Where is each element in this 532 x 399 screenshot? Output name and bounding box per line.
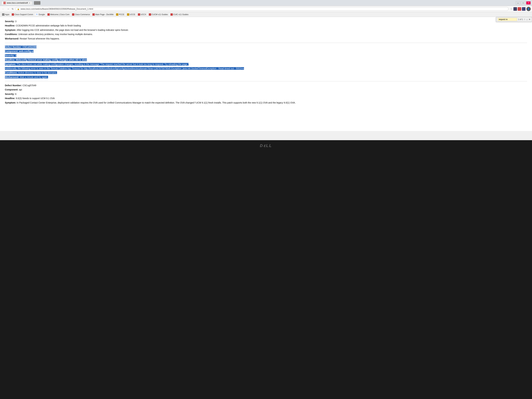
cisco-support-favicon [12, 13, 14, 16]
google-favicon: G [36, 13, 38, 16]
find-prev-btn[interactable]: ↑ [524, 18, 525, 21]
headline-label-1: Headline: [5, 24, 16, 27]
minimize-btn[interactable]: — [516, 1, 520, 5]
find-bar: 1 of 1 ↑ ↓ ✕ [496, 17, 532, 22]
profile-btn[interactable]: 👤 [526, 7, 531, 11]
new-tab-area [34, 1, 40, 5]
severity-label-1: Severity: [5, 20, 15, 23]
cuic-favicon [171, 13, 173, 16]
bookmark-welcome-cisco[interactable]: Welcome | Cisco Com [46, 13, 70, 16]
close-btn[interactable]: ✕ [526, 1, 531, 5]
headline-value-2: Headline: Webconfig timeout error making… [5, 58, 87, 61]
bookmark-uccx[interactable]: UCCX [137, 13, 147, 16]
headline-label-3: Headline: [5, 97, 16, 100]
page-content: Severity: 3 Headline: CCEADMIN PCCE admi… [0, 17, 532, 131]
component-label-2: Component: web.config.ui [5, 50, 34, 52]
apps-menu-btn[interactable]: Apps [1, 13, 10, 16]
symptom-line-3: Symptom: In Packaged Contact Center Ente… [5, 101, 527, 104]
ext-icon-1[interactable] [513, 7, 517, 11]
divider-2 [5, 81, 527, 81]
bookmark-ucce[interactable]: UCCE [126, 13, 136, 16]
workaround-value-1: Restart Tomcat whenever this happens. [20, 37, 60, 40]
bookmark-cucm[interactable]: CUCM v11 Guides [148, 13, 169, 16]
forward-btn[interactable]: → [6, 7, 10, 11]
headline-line-2: Headline: Webconfig timeout error making… [5, 58, 527, 62]
component-line-2: Component: web.config.ui [5, 49, 527, 53]
url-bar[interactable]: 🔒 www.cisco.com/web/software/280840583/1… [15, 7, 508, 11]
conditions-value-2: Conditions: Active directory is slow to … [5, 71, 57, 74]
severity-label-3: Severity: [5, 93, 15, 95]
defect-section-intro: Severity: 3 Headline: CCEADMIN PCCE admi… [5, 19, 527, 40]
ssl-lock-icon: 🔒 [17, 8, 19, 10]
extension-icons [513, 7, 526, 11]
find-close-btn[interactable]: ✕ [529, 18, 531, 21]
bookmark-pcce[interactable]: PCCE [115, 13, 125, 16]
symptom-value-2: Symptom: The client times out while maki… [5, 63, 189, 65]
back-btn[interactable]: ← [1, 7, 5, 11]
severity-value-1: 3 [15, 20, 16, 23]
find-input[interactable] [498, 18, 517, 21]
tab-close-btn[interactable]: ✕ [29, 2, 30, 4]
bookmarks-bar: Apps Cisco Support Comm G Google Welcome… [0, 12, 532, 17]
headline-line-3: Headline: 9.0(3) Needs to support UCM 9.… [5, 96, 527, 100]
cucm-favicon [149, 13, 151, 16]
symptom-value-1: After logging into CCE administration, t… [17, 29, 129, 31]
bookmark-cisco-commerce[interactable]: Cisco Commerce [71, 13, 91, 16]
bookmark-cuic[interactable]: CUIC v11 Guides [170, 13, 189, 16]
refresh-btn[interactable]: ↻ [11, 7, 14, 11]
apps-label: Apps [5, 13, 9, 16]
workaround-line-2: Workaround: Wait a minute and try again. [5, 75, 527, 79]
conditions-line-1: Conditions: Unknown active directory pro… [5, 32, 527, 36]
conditions-label-1: Conditions: [5, 33, 18, 36]
title-bar: cisco www.cisco.com/web/soft ✕ — □ ✕ [0, 0, 532, 6]
cisco-commerce-favicon [72, 13, 74, 16]
tab-favicon: cisco [3, 2, 6, 4]
docwiki-favicon [92, 13, 95, 16]
component-line-3: Component: api [5, 88, 527, 91]
headline-value-3: 9.0(3) Needs to support UCM 9.1 OVA [16, 97, 55, 100]
symptom-value-3: In Packaged Contact Center Enterprise, d… [17, 101, 296, 104]
conditions-value-1: Unknown active directory problems; may i… [18, 33, 93, 36]
additional-info-text-2: Additionally, the following error is see… [5, 67, 244, 70]
url-text: www.cisco.com/web/software/280840583/103… [20, 8, 93, 10]
ucce-favicon [127, 13, 129, 16]
tab-title: www.cisco.com/web/soft [7, 2, 28, 4]
apps-grid-icon [2, 13, 4, 16]
component-value-3: api [19, 88, 22, 91]
headline-line-1: Headline: CCEADMIN PCCE administration w… [5, 24, 527, 27]
dell-logo-text: DɛLL [260, 143, 272, 148]
workaround-line-1: Workaround: Restart Tomcat whenever this… [5, 37, 527, 40]
defect-number-line-2: Defect Number: CSCuh52269 [5, 45, 527, 49]
headline-value-1: CCEADMIN PCCE administration webpage fai… [16, 24, 81, 27]
severity-value-3: 6 [15, 93, 16, 95]
maximize-btn[interactable]: □ [521, 1, 526, 5]
symptom-line-1: Symptom: After logging into CCE administ… [5, 28, 527, 32]
severity-label-2: Severity: 3 [5, 54, 16, 57]
browser-tab[interactable]: cisco www.cisco.com/web/soft ✕ [1, 1, 32, 5]
defect-number-line-3: Defect Number: CSCug57049 [5, 84, 527, 87]
additional-info-2: Additionally, the following error is see… [5, 67, 527, 70]
defect-section-CSCug57049: Defect Number: CSCug57049 Component: api… [5, 84, 527, 104]
conditions-line-2: Conditions: Active directory is slow to … [5, 71, 527, 75]
severity-line-3: Severity: 6 [5, 92, 527, 96]
bookmark-cisco-support[interactable]: Cisco Support Comm [11, 13, 34, 16]
component-label-3: Component: [5, 88, 19, 91]
window-controls: — □ ✕ [516, 1, 531, 5]
pcce-favicon [116, 13, 118, 16]
address-bar: ← → ↻ 🔒 www.cisco.com/web/software/28084… [0, 6, 532, 12]
bookmark-star-btn[interactable]: ☆ [510, 7, 513, 10]
find-count: 1 of 1 [518, 18, 523, 20]
ext-icon-2[interactable] [518, 7, 521, 11]
ext-icon-3[interactable] [522, 7, 526, 11]
symptom-label-1: Symptom: [5, 29, 17, 31]
defect-number-label-2: Defect Number: CSCuh52269 [5, 46, 37, 48]
find-next-btn[interactable]: ↓ [526, 18, 528, 21]
workaround-value-2: Workaround: Wait a minute and try again. [5, 76, 48, 78]
bookmark-google[interactable]: G Google [35, 13, 46, 16]
symptom-line-2: Symptom: The client times out while maki… [5, 63, 527, 66]
bookmark-docwiki[interactable]: Main Page - DocWiki [91, 13, 114, 16]
uccx-favicon [138, 13, 140, 16]
defect-section-CSCuh52269: Defect Number: CSCuh52269 Component: web… [5, 45, 527, 79]
defect-number-value-3: CSCug57049 [23, 84, 36, 87]
severity-line-1: Severity: 3 [5, 19, 527, 23]
